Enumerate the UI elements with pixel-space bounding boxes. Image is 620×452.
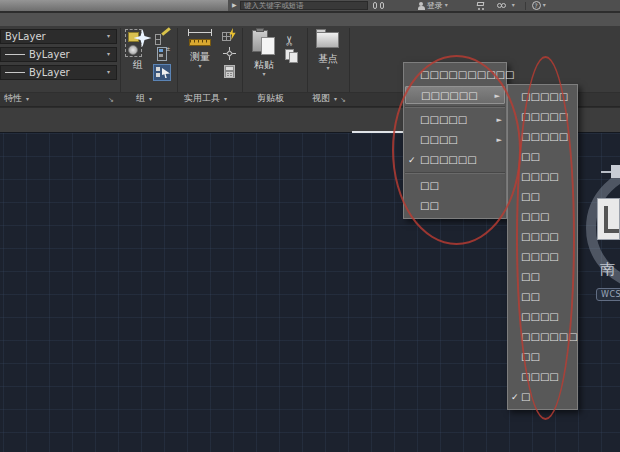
submenu-arrow-icon: ►: [495, 87, 500, 105]
search-input[interactable]: [240, 1, 368, 10]
submenu-item[interactable]: □□□□□: [508, 87, 577, 107]
group-selection-toggle[interactable]: [153, 64, 171, 81]
wcs-dropdown[interactable]: WCS: [596, 288, 620, 301]
menu-separator: [405, 106, 505, 108]
pencil-icon: [161, 27, 171, 36]
properties-panel-label[interactable]: 特性 ▾: [4, 92, 30, 105]
clipboard-paste-icon: [252, 28, 276, 58]
measure-dropdown-icon[interactable]: ▾: [198, 62, 201, 70]
scissors-icon: ✂: [283, 35, 296, 46]
measure-button-label: 测量: [190, 51, 210, 62]
object-color-value: ByLayer: [5, 31, 105, 42]
submenu-item[interactable]: □□□□: [508, 247, 577, 267]
viewcube-face[interactable]: [597, 198, 620, 240]
submenu-item[interactable]: □□: [508, 347, 577, 367]
menu-item[interactable]: □□: [404, 196, 506, 216]
submenu-arrow-icon: ►: [497, 110, 502, 130]
cursor-icon: [162, 68, 170, 78]
submenu: □□□□□ □□□□□ □□□□□ □□ □□□□ □□ □□□ □□□□ □□…: [507, 84, 578, 410]
submenu-item[interactable]: □□: [508, 187, 577, 207]
linetype-dropdown[interactable]: ByLayer ▾: [0, 65, 117, 80]
paste-button[interactable]: 粘贴 ▾: [247, 28, 281, 79]
submenu-item[interactable]: □□□□□□: [508, 327, 577, 347]
clipboard-panel-label[interactable]: 剪贴板: [257, 92, 284, 105]
chevron-down-icon: ▾: [107, 68, 110, 76]
base-point-button[interactable]: 基点 ▾: [312, 28, 344, 73]
group-button-label: 组: [133, 59, 143, 70]
help-icon[interactable]: ?: [532, 1, 541, 10]
menu-item[interactable]: □□□□□ ►: [404, 110, 506, 130]
submenu-item[interactable]: □□: [508, 287, 577, 307]
check-icon: ✓: [408, 150, 416, 170]
menu-item[interactable]: □□: [404, 176, 506, 196]
base-point-icon: [315, 28, 341, 52]
lineweight-dropdown[interactable]: ByLayer ▾: [0, 47, 117, 62]
community-dropdown-icon[interactable]: ▾: [512, 1, 515, 9]
measure-button[interactable]: 测量 ▾: [182, 28, 218, 71]
utilities-panel-label[interactable]: 实用工具 ▾: [184, 92, 228, 105]
submenu-item[interactable]: □□: [508, 267, 577, 287]
group-button[interactable]: 组: [122, 28, 154, 70]
user-icon: [418, 2, 425, 10]
titlebar-divider: [525, 2, 526, 10]
object-color-dropdown[interactable]: ByLayer ▾: [0, 29, 117, 44]
signin-button[interactable]: 登录: [427, 1, 443, 10]
menu-item[interactable]: □□□□□□□□□□: [404, 65, 506, 85]
chevron-down-icon: ▾: [107, 50, 110, 58]
group-panel-label[interactable]: 组 ▾: [136, 92, 153, 105]
ungroup-button[interactable]: ±: [155, 46, 170, 61]
quick-select-button[interactable]: [222, 28, 237, 43]
panel-flyout-icon: ▾: [149, 95, 152, 102]
submenu-item[interactable]: □□□□□: [508, 127, 577, 147]
view-panel-label[interactable]: 视图 ▾: [312, 92, 338, 105]
properties-dialog-launcher[interactable]: ↘: [108, 96, 114, 104]
cut-button[interactable]: ✂: [284, 30, 299, 46]
panel-flyout-icon: ▾: [224, 95, 227, 102]
submenu-item[interactable]: □□: [508, 147, 577, 167]
submenu-arrow-icon: ►: [497, 130, 502, 150]
paste-dropdown-icon[interactable]: ▾: [262, 70, 265, 78]
ribbon-tab-row: [0, 11, 620, 26]
point-style-button[interactable]: [222, 46, 237, 61]
submenu-item[interactable]: □□□□: [508, 367, 577, 387]
menu-item[interactable]: □□□□ ►: [404, 130, 506, 150]
submenu-item[interactable]: □□□□: [508, 167, 577, 187]
submenu-item[interactable]: □□□□: [508, 227, 577, 247]
lineweight-sample: [5, 54, 25, 55]
menu-separator: [405, 172, 505, 174]
submenu-item[interactable]: □□□□□: [508, 107, 577, 127]
canvas-line-segment: [352, 131, 405, 133]
base-dropdown-icon[interactable]: ▾: [326, 64, 329, 72]
submenu-item[interactable]: □□□: [508, 207, 577, 227]
copy-button[interactable]: [285, 49, 299, 64]
viewcube-north-pin[interactable]: [611, 165, 620, 178]
viewcube-south-label[interactable]: 南: [600, 260, 615, 279]
community-icon[interactable]: [497, 2, 508, 10]
autocad-window: 南 WCS ▶ 登录 ▾ ▾ ? ▾ ByLayer ▾ B: [0, 0, 620, 452]
view-dialog-launcher[interactable]: ↘: [340, 96, 346, 104]
calculator-icon: [224, 65, 235, 78]
menu-item-highlighted[interactable]: □□□□□□ ►: [405, 86, 505, 104]
panel-flyout-icon: ▾: [26, 95, 29, 102]
signin-dropdown-icon[interactable]: ▾: [445, 1, 448, 9]
measure-icon: [186, 28, 214, 50]
check-icon: ✓: [511, 387, 519, 407]
search-binoculars-icon[interactable]: [373, 2, 384, 9]
context-menu: □□□□□□□□□□ □□□□□□ ► □□□□□ ► □□□□ ► ✓ □□□…: [403, 62, 507, 219]
submenu-item-checked[interactable]: ✓ □: [508, 387, 577, 407]
panel-flyout-icon: ▾: [334, 95, 337, 102]
help-dropdown-icon[interactable]: ▾: [543, 1, 546, 9]
viewcube-face-glyph: [604, 229, 619, 233]
store-cart-icon[interactable]: [476, 2, 486, 10]
linetype-value: ByLayer: [29, 67, 105, 78]
submenu-item[interactable]: □□□□: [508, 307, 577, 327]
group-edit-button[interactable]: [155, 28, 170, 43]
chevron-down-icon: ▾: [107, 32, 110, 40]
base-point-label: 基点: [318, 53, 338, 64]
linetype-sample: [5, 72, 25, 73]
search-collapse-icon[interactable]: ▶: [232, 1, 237, 9]
menu-item-checked[interactable]: ✓ □□□□□□: [404, 150, 506, 170]
lineweight-value: ByLayer: [29, 49, 105, 60]
quick-calc-button[interactable]: [222, 64, 237, 79]
infocenter-bar: ▶ 登录 ▾ ▾ ? ▾: [228, 0, 620, 11]
